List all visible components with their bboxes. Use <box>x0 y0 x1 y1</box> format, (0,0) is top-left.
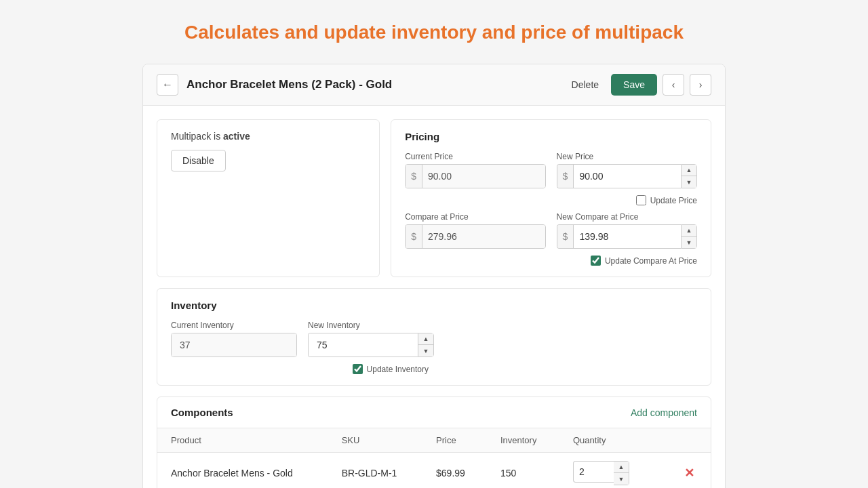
current-price-label: Current Price <box>405 152 545 161</box>
new-inventory-down-button[interactable]: ▼ <box>418 345 433 357</box>
new-price-up-button[interactable]: ▲ <box>682 165 696 176</box>
qty-down-button[interactable]: ▼ <box>614 473 629 485</box>
header-delete-button[interactable]: Delete <box>565 75 606 94</box>
row-quantity: ▲ ▼ <box>559 453 668 488</box>
new-inventory-spinners: ▲ ▼ <box>418 333 434 357</box>
quantity-input[interactable] <box>573 461 614 483</box>
update-compare-row: Update Compare At Price <box>405 256 697 266</box>
top-row: Multipack is active Disable Pricing Curr… <box>157 119 711 277</box>
main-card: ← Anchor Bracelet Mens (2 Pack) - Gold D… <box>142 64 726 488</box>
current-inventory-field: Current Inventory <box>171 321 297 357</box>
new-inventory-label: New Inventory <box>308 321 434 330</box>
new-compare-spinners: ▲ ▼ <box>681 224 697 249</box>
new-compare-price-input[interactable] <box>574 225 681 248</box>
col-quantity: Quantity <box>559 428 668 453</box>
current-price-prefix: $ <box>406 165 422 188</box>
qty-spinners: ▲ ▼ <box>614 461 629 485</box>
quantity-cell: ▲ ▼ <box>573 461 654 485</box>
pricing-title: Pricing <box>405 131 697 142</box>
new-inventory-field: New Inventory ▲ ▼ <box>308 321 434 357</box>
nav-next-button[interactable]: › <box>690 74 711 96</box>
col-product: Product <box>157 428 328 453</box>
update-price-checkbox[interactable] <box>636 195 646 205</box>
new-price-input-wrap: $ <box>557 164 681 188</box>
table-row: Anchor Bracelet Mens - Gold BR-GLD-M-1 $… <box>157 453 711 488</box>
new-compare-spinner-wrap: $ ▲ ▼ <box>557 224 697 249</box>
compare-price-row: Compare at Price $ New Compare at Price … <box>405 212 697 249</box>
product-title: Anchor Bracelet Mens (2 Pack) - Gold <box>186 78 557 92</box>
new-compare-price-field: New Compare at Price $ ▲ ▼ <box>557 212 697 249</box>
current-inventory-input-wrap <box>171 333 297 357</box>
pricing-section: Pricing Current Price $ New Price <box>391 119 711 277</box>
update-price-row: Update Price <box>405 195 697 205</box>
header-save-button[interactable]: Save <box>611 74 657 96</box>
current-price-input-wrap: $ <box>405 164 545 188</box>
multipack-section: Multipack is active Disable <box>157 119 380 277</box>
col-actions <box>668 428 711 453</box>
multipack-status: Multipack is active <box>171 131 366 142</box>
card-body: Multipack is active Disable Pricing Curr… <box>143 106 725 488</box>
new-compare-price-label: New Compare at Price <box>557 212 697 222</box>
current-price-field: Current Price $ <box>405 152 545 188</box>
new-price-spinner-wrap: $ ▲ ▼ <box>557 164 697 188</box>
current-inventory-label: Current Inventory <box>171 321 297 330</box>
components-title: Components <box>171 407 233 418</box>
new-compare-prefix: $ <box>557 225 574 248</box>
col-sku: SKU <box>328 428 422 453</box>
new-inventory-spinner-wrap: ▲ ▼ <box>308 333 434 357</box>
row-sku: BR-GLD-M-1 <box>328 453 422 488</box>
update-compare-checkbox[interactable] <box>591 256 601 266</box>
inventory-title: Inventory <box>171 300 697 311</box>
inventory-section: Inventory Current Inventory New Inventor… <box>157 288 711 386</box>
new-price-spinners: ▲ ▼ <box>681 164 697 188</box>
update-price-label[interactable]: Update Price <box>650 196 697 205</box>
row-delete-button[interactable]: ✕ <box>682 466 697 481</box>
qty-up-button[interactable]: ▲ <box>614 462 629 473</box>
update-inventory-label[interactable]: Update Inventory <box>367 365 429 374</box>
components-table: Product SKU Price Inventory Quantity Anc… <box>157 428 711 488</box>
new-price-label: New Price <box>557 152 697 161</box>
new-inventory-input[interactable] <box>309 333 418 357</box>
new-inventory-up-button[interactable]: ▲ <box>418 333 433 345</box>
update-compare-label[interactable]: Update Compare At Price <box>605 256 697 266</box>
components-header: Components Add component <box>157 397 711 428</box>
compare-price-label: Compare at Price <box>405 212 545 222</box>
current-inventory-input <box>172 333 296 357</box>
new-price-down-button[interactable]: ▼ <box>682 176 696 188</box>
components-section: Components Add component Product SKU Pri… <box>157 396 711 488</box>
compare-price-prefix: $ <box>406 225 422 248</box>
update-inventory-row: Update Inventory <box>171 364 697 374</box>
inventory-fields-row: Current Inventory New Inventory ▲ ▼ <box>171 321 697 357</box>
header-actions: Delete Save ‹ › <box>565 74 711 96</box>
qty-input-wrap: ▲ ▼ <box>573 461 629 485</box>
new-price-field: New Price $ ▲ ▼ <box>557 152 697 188</box>
col-price: Price <box>422 428 487 453</box>
multipack-active-label: active <box>223 131 250 142</box>
compare-price-input-wrap: $ <box>405 224 545 249</box>
row-delete-cell: ✕ <box>668 453 711 488</box>
row-product: Anchor Bracelet Mens - Gold <box>157 453 328 488</box>
price-row: Current Price $ New Price $ <box>405 152 697 188</box>
compare-price-field: Compare at Price $ <box>405 212 545 249</box>
new-price-prefix: $ <box>557 165 574 188</box>
components-table-header: Product SKU Price Inventory Quantity <box>157 428 711 453</box>
nav-prev-button[interactable]: ‹ <box>663 74 684 96</box>
col-inventory: Inventory <box>487 428 559 453</box>
new-price-input[interactable] <box>574 165 681 188</box>
add-component-link[interactable]: Add component <box>631 407 697 418</box>
update-inventory-checkbox[interactable] <box>353 364 363 374</box>
new-inventory-input-wrap <box>308 333 418 357</box>
new-compare-down-button[interactable]: ▼ <box>682 237 696 248</box>
row-inventory: 150 <box>487 453 559 488</box>
card-header: ← Anchor Bracelet Mens (2 Pack) - Gold D… <box>143 64 725 106</box>
compare-price-input <box>422 225 545 248</box>
current-price-input <box>422 165 545 188</box>
row-price: $69.99 <box>422 453 487 488</box>
page-title: Calculates and update inventory and pric… <box>184 20 684 45</box>
new-compare-up-button[interactable]: ▲ <box>682 225 696 237</box>
new-compare-input-wrap: $ <box>557 224 681 249</box>
components-table-body: Anchor Bracelet Mens - Gold BR-GLD-M-1 $… <box>157 453 711 488</box>
disable-button[interactable]: Disable <box>171 150 226 171</box>
back-button[interactable]: ← <box>157 74 178 96</box>
